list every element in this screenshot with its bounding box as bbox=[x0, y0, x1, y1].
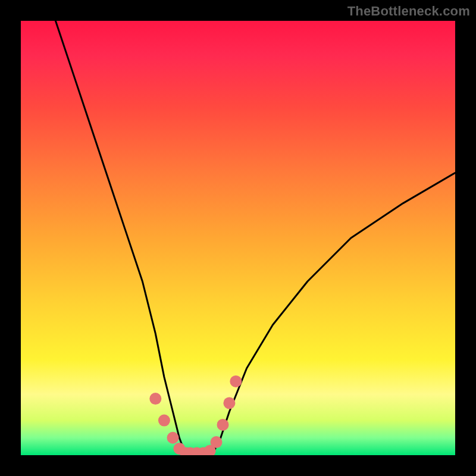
curve-path bbox=[55, 21, 455, 455]
watermark-text: TheBottleneck.com bbox=[347, 4, 470, 19]
highlight-dot bbox=[149, 393, 161, 405]
plot-area bbox=[21, 21, 455, 455]
bottleneck-curve bbox=[55, 21, 455, 455]
chart-frame: TheBottleneck.com bbox=[0, 0, 476, 476]
highlight-dot bbox=[223, 397, 235, 409]
highlight-dot bbox=[211, 436, 223, 448]
highlight-dot bbox=[167, 432, 179, 444]
highlight-dot bbox=[217, 419, 229, 431]
highlight-dot bbox=[158, 415, 170, 427]
chart-svg bbox=[21, 21, 455, 455]
highlight-dot bbox=[230, 375, 242, 387]
